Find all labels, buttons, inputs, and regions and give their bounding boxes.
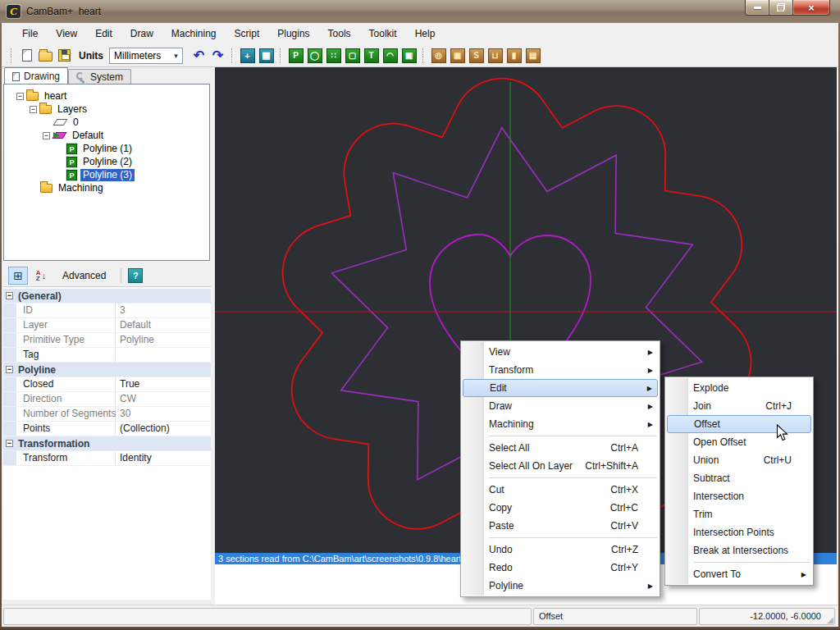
toolbar-button-machining-drillcircle-icon[interactable]: ◎	[429, 46, 448, 65]
property-value[interactable]: True	[116, 377, 211, 391]
context-menu-item-edit[interactable]: Edit▶	[463, 379, 658, 397]
toolbar-button-new-document-icon[interactable]	[17, 46, 36, 65]
property-value[interactable]: (Collection)	[116, 422, 211, 436]
property-row-id[interactable]: ID3	[3, 304, 211, 318]
edit-submenu-item-subtract[interactable]: Subtract	[665, 469, 813, 487]
category-row-transformation[interactable]: −Transformation	[3, 436, 211, 451]
edit-submenu-item-convert-to[interactable]: Convert To▶	[665, 565, 813, 583]
edit-submenu-item-open-offset[interactable]: Open Offset	[665, 433, 813, 451]
toolbar-button-machining-engrave-icon[interactable]: S	[467, 46, 486, 65]
toolbar-button-draw-points-icon[interactable]: ∷	[324, 46, 343, 65]
toolbar-button-draw-circle-icon[interactable]: ◯	[305, 46, 324, 65]
property-row-primitive-type[interactable]: Primitive TypePolyline	[3, 333, 211, 348]
property-value[interactable]: 30	[116, 407, 211, 421]
toolbar-button-machining-pocket-icon[interactable]: ▣	[448, 46, 467, 65]
category-row-general[interactable]: −(General)	[3, 289, 211, 304]
tree-item-layers[interactable]: −Layers	[4, 103, 209, 116]
close-button[interactable]: ×	[792, 0, 830, 16]
toolbar-button-redo-icon[interactable]: ↷	[208, 46, 227, 65]
tree-item-default[interactable]: −Default	[4, 129, 209, 142]
menubar-item-file[interactable]: File	[13, 23, 47, 44]
property-row-direction[interactable]: DirectionCW	[3, 392, 211, 407]
restore-button[interactable]	[769, 0, 793, 16]
context-menu-item-paste[interactable]: PasteCtrl+V	[461, 517, 660, 535]
tree-item-0[interactable]: 0	[4, 116, 209, 129]
tree-expander-icon[interactable]: −	[30, 106, 37, 113]
tree-item-polyline-3[interactable]: PPolyline (3)	[4, 168, 209, 181]
menubar-item-toolkit[interactable]: Toolkit	[360, 23, 406, 44]
context-menu-item-undo[interactable]: UndoCtrl+Z	[461, 541, 660, 559]
toolbar-button-draw-rectangle-icon[interactable]: ▢	[343, 46, 362, 65]
toolbar-button-machining-drill-icon[interactable]: ▮	[504, 46, 523, 65]
tree-item-heart[interactable]: −heart	[4, 89, 209, 103]
tree-expander-icon[interactable]: −	[43, 132, 50, 139]
minimize-button[interactable]	[745, 0, 769, 16]
toolbar-button-machining-profile-icon[interactable]: ⊔	[486, 46, 504, 65]
toolbar-button-open-file-icon[interactable]	[36, 46, 55, 65]
context-menu-item-transform[interactable]: Transform▶	[461, 361, 660, 379]
edit-submenu-item-break-at-intersections[interactable]: Break at Intersections	[665, 541, 813, 559]
tab-drawing[interactable]: Drawing	[4, 67, 68, 84]
alphabetical-sort-button[interactable]: AZ↓	[31, 267, 51, 285]
tree-item-polyline-2[interactable]: PPolyline (2)	[4, 155, 209, 168]
edit-submenu-item-explode[interactable]: Explode	[665, 379, 813, 397]
menubar-item-script[interactable]: Script	[226, 23, 269, 44]
context-menu-item-polyline[interactable]: Polyline▶	[461, 577, 660, 595]
edit-submenu-item-intersection[interactable]: Intersection	[665, 487, 813, 505]
resize-grip[interactable]: ◢	[827, 616, 833, 624]
toolbar-button-draw-polyline-icon[interactable]: P	[286, 46, 305, 65]
tab-system[interactable]: System	[68, 69, 131, 84]
tree-expander-icon[interactable]: −	[16, 93, 24, 100]
tree-item-polyline-1[interactable]: PPolyline (1)	[4, 142, 209, 155]
property-value[interactable]: Default	[116, 318, 211, 332]
advanced-button[interactable]: Advanced	[54, 267, 114, 285]
property-value[interactable]: Identity	[116, 451, 211, 465]
category-expander-icon[interactable]: −	[6, 366, 13, 373]
panel-splitter[interactable]	[212, 67, 215, 605]
context-menu-item-redo[interactable]: RedoCtrl+Y	[461, 559, 660, 577]
help-button[interactable]: ?	[128, 268, 143, 283]
toolbar-button-draw-arc-icon[interactable]: ◠	[381, 46, 399, 65]
menubar-item-view[interactable]: View	[47, 23, 86, 44]
menubar-item-plugins[interactable]: Plugins	[268, 23, 318, 44]
menubar-item-tools[interactable]: Tools	[319, 23, 360, 44]
property-row-points[interactable]: Points(Collection)	[3, 422, 211, 436]
context-menu-item-select-all-on-layer[interactable]: Select All On LayerCtrl+Shift+A	[461, 457, 660, 475]
edit-submenu-item-join[interactable]: JoinCtrl+J	[665, 397, 813, 415]
context-menu-item-select-all[interactable]: Select AllCtrl+A	[461, 439, 660, 457]
edit-submenu-item-trim[interactable]: Trim	[665, 505, 813, 523]
context-menu-item-cut[interactable]: CutCtrl+X	[461, 481, 660, 499]
menubar-item-draw[interactable]: Draw	[121, 23, 162, 44]
property-row-tag[interactable]: Tag	[3, 348, 211, 363]
menubar-item-edit[interactable]: Edit	[86, 23, 121, 44]
toolbar-button-axis-origin-icon[interactable]: +	[238, 46, 257, 65]
edit-submenu-item-union[interactable]: UnionCtrl+U	[665, 451, 813, 469]
category-row-polyline[interactable]: −Polyline	[3, 363, 211, 377]
toolbar-button-draw-surface-icon[interactable]: ▣	[399, 46, 418, 65]
property-row-transform[interactable]: TransformIdentity	[3, 451, 211, 466]
property-value[interactable]: CW	[116, 392, 211, 406]
categorized-view-button[interactable]: ⊞	[8, 267, 28, 285]
context-menu-item-draw[interactable]: Draw▶	[461, 397, 660, 415]
property-row-closed[interactable]: ClosedTrue	[3, 377, 211, 392]
context-menu-item-machining[interactable]: Machining▶	[461, 415, 660, 433]
toolbar-button-draw-text-icon[interactable]: T	[362, 46, 381, 65]
property-row-number-of-segments[interactable]: Number of Segments30	[3, 407, 211, 422]
property-value[interactable]: Polyline	[116, 333, 211, 347]
property-row-layer[interactable]: LayerDefault	[3, 318, 211, 333]
titlebar[interactable]: C CamBam+ heart ×	[0, 0, 840, 23]
toolbar-button-save-icon[interactable]	[55, 46, 74, 65]
property-value[interactable]: 3	[116, 304, 211, 317]
tree-item-machining[interactable]: Machining	[4, 181, 209, 194]
edit-submenu-item-intersection-points[interactable]: Intersection Points	[665, 523, 813, 541]
context-menu-item-view[interactable]: View▶	[461, 343, 660, 361]
toolbar-button-undo-icon[interactable]: ↶	[189, 46, 208, 65]
toolbar-button-machining-gcode-icon[interactable]: ▤	[523, 46, 542, 65]
category-expander-icon[interactable]: −	[6, 440, 13, 447]
category-expander-icon[interactable]: −	[6, 292, 13, 299]
toolbar-button-grid-toggle-icon[interactable]: ▦	[257, 46, 276, 65]
edit-submenu-item-offset[interactable]: Offset	[667, 415, 811, 433]
menubar-item-help[interactable]: Help	[406, 23, 445, 44]
menubar-item-machining[interactable]: Machining	[162, 23, 226, 44]
units-select[interactable]: Millimeters▾	[109, 48, 183, 64]
